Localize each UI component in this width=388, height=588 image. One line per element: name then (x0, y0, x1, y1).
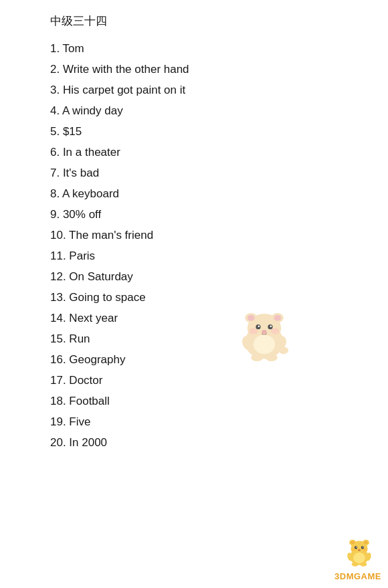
svg-point-34 (353, 553, 365, 563)
svg-point-11 (250, 328, 258, 334)
svg-point-8 (258, 325, 260, 327)
list-item: 20. In 2000 (50, 432, 338, 453)
list-item: 4. A windy day (50, 100, 338, 121)
answer-list: 1. Tom2. Write with the other hand3. His… (50, 38, 338, 453)
list-item: 1. Tom (50, 38, 338, 59)
list-item: 9. 30% off (50, 204, 338, 225)
svg-point-30 (351, 548, 357, 551)
svg-point-28 (363, 547, 364, 548)
list-item: 2. Write with the other hand (50, 59, 338, 80)
page-title: 中级三十四 (50, 13, 338, 29)
mascot-small (343, 536, 376, 569)
list-item: 12. On Saturday (50, 266, 338, 287)
list-item: 17. Doctor (50, 370, 338, 391)
svg-point-15 (254, 334, 275, 354)
svg-point-35 (352, 562, 359, 566)
list-item: 10. The man's friend (50, 225, 338, 246)
list-item: 13. Going to space (50, 287, 338, 308)
list-item: 14. Next year (50, 308, 338, 328)
list-item: 7. It's bad (50, 163, 338, 183)
svg-point-5 (274, 315, 281, 321)
svg-point-16 (251, 354, 263, 361)
svg-point-18 (279, 347, 288, 354)
svg-point-12 (271, 328, 280, 334)
svg-point-23 (351, 541, 355, 545)
svg-point-29 (358, 549, 361, 551)
svg-point-17 (266, 354, 278, 361)
svg-point-4 (248, 315, 255, 321)
list-item: 6. In a theater (50, 142, 338, 163)
mascot-large (234, 307, 294, 367)
svg-point-10 (262, 330, 266, 333)
list-item: 8. A keyboard (50, 183, 338, 204)
svg-point-31 (363, 548, 368, 551)
svg-point-9 (270, 325, 272, 327)
list-item: 19. Five (50, 411, 338, 432)
list-item: 16. Geography (50, 349, 338, 370)
main-content: 中级三十四 1. Tom2. Write with the other hand… (0, 0, 388, 466)
list-item: 11. Paris (50, 246, 338, 266)
list-item: 5. $15 (50, 121, 338, 142)
list-item: 3. His carpet got paint on it (50, 80, 338, 100)
list-item: 18. Football (50, 391, 338, 411)
watermark: 3DMGAME (334, 571, 381, 581)
list-item: 15. Run (50, 328, 338, 349)
svg-point-24 (364, 541, 368, 545)
watermark-label: 3DMGAME (334, 571, 381, 581)
svg-point-27 (356, 547, 357, 548)
svg-point-36 (360, 562, 367, 566)
